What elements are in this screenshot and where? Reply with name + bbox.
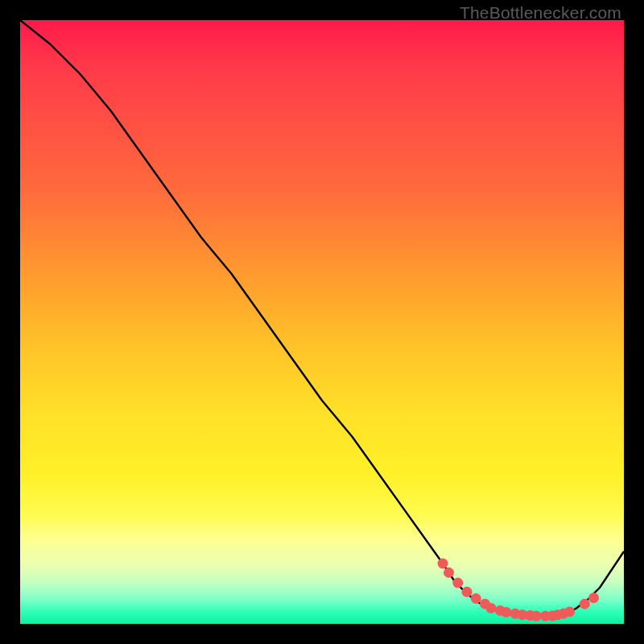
marker-dot — [462, 587, 473, 597]
chart-svg — [20, 20, 624, 624]
marker-dot — [580, 599, 590, 609]
bottleneck-curve — [20, 20, 624, 617]
marker-dot — [564, 607, 575, 617]
marker-dot — [471, 593, 481, 604]
marker-dot — [486, 603, 497, 613]
plot-area — [20, 20, 624, 624]
marker-dot — [501, 607, 511, 617]
marker-dot — [531, 611, 542, 621]
marker-dot — [588, 592, 599, 603]
marker-dot — [438, 559, 448, 569]
chart-frame: TheBottlenecker.com — [0, 0, 644, 644]
marker-dot — [444, 568, 454, 578]
attribution-label: TheBottlenecker.com — [460, 3, 621, 23]
marker-dot — [452, 578, 463, 588]
